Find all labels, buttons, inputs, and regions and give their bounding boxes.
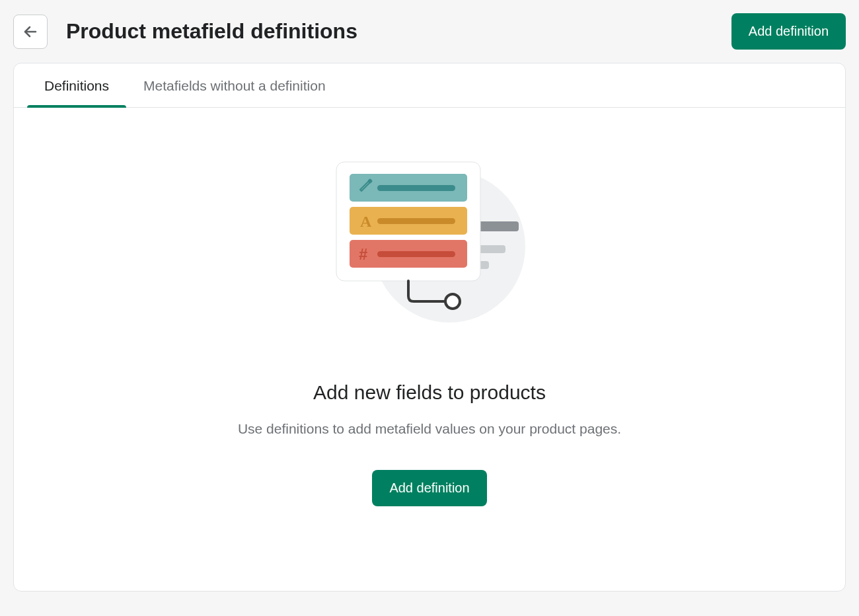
arrow-left-icon [22, 24, 38, 40]
tabs: Definitions Metafields without a definit… [14, 63, 845, 108]
svg-rect-10 [377, 218, 455, 224]
metafields-illustration: A # [327, 161, 532, 342]
add-definition-button-empty[interactable]: Add definition [372, 470, 486, 506]
svg-text:A: A [360, 213, 372, 230]
empty-state: A # Add new fields to products Use defin… [14, 108, 845, 546]
empty-state-heading: Add new fields to products [313, 381, 546, 404]
add-definition-button-header[interactable]: Add definition [731, 13, 846, 50]
back-button[interactable] [13, 15, 48, 49]
svg-rect-7 [377, 185, 455, 191]
svg-text:#: # [359, 245, 367, 263]
tab-metafields-without-definition[interactable]: Metafields without a definition [126, 63, 343, 107]
header-left: Product metafield definitions [13, 15, 357, 49]
svg-point-15 [445, 294, 460, 309]
svg-rect-13 [377, 251, 455, 257]
page-title: Product metafield definitions [66, 19, 357, 44]
tab-definitions[interactable]: Definitions [27, 63, 126, 107]
page-header: Product metafield definitions Add defini… [13, 13, 846, 50]
empty-state-description: Use definitions to add metafield values … [238, 421, 621, 437]
main-card: Definitions Metafields without a definit… [13, 63, 846, 592]
